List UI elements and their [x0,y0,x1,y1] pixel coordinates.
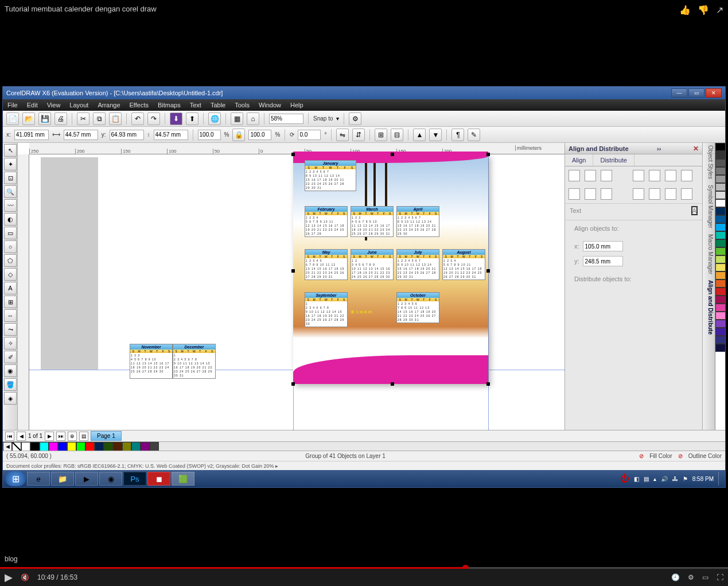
tray-chevron-icon[interactable]: ▴ [653,476,656,482]
tray-app2-icon[interactable]: ▤ [644,476,649,482]
dimension-tool-icon[interactable]: ↔ [4,309,17,322]
page-tab[interactable]: Page 1 [91,431,122,441]
menu-tools[interactable]: Tools [235,102,250,108]
calendar-artwork[interactable]: January SMTWTFS 1 2 3 4 5 6 78 9 10 11 1… [293,154,488,384]
guide-line[interactable] [488,154,489,430]
page-menu-icon[interactable]: ▤ [79,432,88,441]
color-swatch[interactable] [113,442,122,451]
taskbar-explorer-icon[interactable]: 📁 [51,472,74,486]
color-swatch[interactable] [715,336,725,344]
snap-label[interactable]: Snap to [313,115,333,122]
width-input[interactable] [64,130,98,140]
month-june[interactable]: JuneSMTWTFS1 23 4 5 6 7 8 910 11 12 13 1… [351,249,394,280]
color-swatch[interactable] [715,239,725,247]
fill-tool-icon[interactable]: 🪣 [4,378,17,391]
color-swatch[interactable] [76,442,85,451]
month-may[interactable]: MaySMTWTFS1 2 3 4 56 7 8 9 10 11 1213 14… [305,249,348,280]
welcome-icon[interactable]: ⌂ [247,112,259,125]
color-swatch[interactable] [715,183,725,191]
color-swatch[interactable] [122,442,131,451]
vtab-macro-manager[interactable]: Macro Manager [704,234,714,274]
watch-later-icon[interactable]: 🕘 [671,573,680,581]
menu-arrange[interactable]: Arrange [98,102,120,108]
smart-fill-icon[interactable]: ◐ [4,213,17,226]
color-swatch[interactable] [715,280,725,288]
play-button[interactable]: ▶ [5,571,13,584]
month-july[interactable]: JulySMTWTFS1 2 3 4 5 6 78 9 10 11 12 13 … [396,249,439,280]
menu-view[interactable]: View [47,102,61,108]
taskbar-chrome-icon[interactable]: ◉ [99,472,122,486]
tray-power-icon[interactable]: ⏻ [620,474,629,484]
month-january[interactable]: January SMTWTFS 1 2 3 4 5 6 78 9 10 11 1… [305,160,356,191]
color-swatch[interactable] [131,442,141,451]
color-swatch[interactable] [715,304,725,312]
vtab-align-distribute[interactable]: Align and Distribute [704,280,714,335]
export-icon[interactable]: ⬆ [186,112,198,125]
color-swatch[interactable] [715,199,725,207]
month-november[interactable]: NovemberSMTWTFS1 2 34 5 6 7 8 9 1011 12 … [130,344,173,379]
rectangle-tool-icon[interactable]: ▭ [4,227,17,239]
ungroup-icon[interactable]: ⊞ [375,129,387,141]
tray-app-icon[interactable]: ◧ [634,476,639,482]
page-first-icon[interactable]: ⏮ [5,432,14,441]
dist-right-icon[interactable] [681,170,692,181]
import-icon[interactable]: ⬇ [170,112,182,125]
month-august[interactable]: AugustSMTWTFS1 2 3 45 6 7 8 9 10 1112 13… [442,249,485,280]
page-prev-icon[interactable]: ◀ [17,432,26,441]
page-next-icon[interactable]: ▶ [45,432,54,441]
copy-icon[interactable]: ⧉ [93,112,106,125]
color-swatch[interactable] [715,328,725,336]
convert-curves-icon[interactable]: ✎ [468,129,480,141]
to-front-icon[interactable]: ▲ [413,129,426,141]
settings-icon[interactable]: ⚙ [688,573,694,581]
align-top-icon[interactable] [569,188,580,200]
month-april[interactable]: AprilSMTWTFS1 2 3 4 5 6 78 9 10 11 12 13… [396,206,439,237]
redo-icon[interactable]: ↷ [147,112,160,125]
scale-x-input[interactable] [198,130,221,140]
connector-tool-icon[interactable]: ⤳ [4,323,17,336]
menu-edit[interactable]: Edit [27,102,38,108]
taskbar-media-icon[interactable]: ▶ [75,472,98,486]
color-swatch[interactable] [49,442,58,451]
dist-spacing-v-icon[interactable] [665,188,676,200]
text-tool-icon[interactable]: A [4,282,17,294]
new-icon[interactable]: 📄 [6,112,19,125]
table-tool-icon[interactable]: ⊞ [4,296,17,308]
menu-table[interactable]: Table [211,102,225,108]
align-bottom-icon[interactable] [601,188,612,200]
y-position-input[interactable] [110,130,144,140]
dislike-icon[interactable]: 👎 [698,5,709,15]
dist-top-icon[interactable] [633,188,644,200]
taskbar-app-icon[interactable]: ◼ [147,472,170,486]
tray-volume-icon[interactable]: 🔊 [661,476,668,482]
dist-center-h-icon[interactable] [649,170,660,181]
basic-shapes-icon[interactable]: ◇ [4,268,17,281]
interactive-tool-icon[interactable]: ✧ [4,337,17,350]
start-button[interactable]: ⊞ [5,471,26,486]
mute-button[interactable]: 🔇 [21,573,29,581]
mirror-v-icon[interactable]: ⇵ [352,129,365,141]
menu-bitmaps[interactable]: Bitmaps [158,102,181,108]
color-swatch[interactable] [715,344,725,352]
color-swatch[interactable] [715,231,725,239]
publish-icon[interactable]: 🌐 [208,112,221,125]
tray-network-icon[interactable]: 🖧 [672,476,678,482]
outline-color-label[interactable]: Outline Color [688,453,722,459]
menu-file[interactable]: File [7,102,18,108]
ellipse-tool-icon[interactable]: ○ [4,240,17,253]
docker-collapse-icon[interactable]: ›› [657,145,661,152]
eyedropper-tool-icon[interactable]: ✐ [4,351,17,363]
wrap-paragraph-icon[interactable]: ¶ [451,129,464,141]
align-center-v-icon[interactable] [585,188,596,200]
height-input[interactable] [154,130,188,140]
fullscreen-icon[interactable]: ⛶ [717,573,723,581]
undo-icon[interactable]: ↶ [131,112,144,125]
docker-close-icon[interactable]: ✕ [693,145,699,153]
interactive-fill-icon[interactable]: ◈ [4,392,17,405]
align-center-h-icon[interactable] [585,170,596,181]
zoom-tool-icon[interactable]: 🔍 [4,185,17,198]
tab-distribute[interactable]: Distribute [593,154,634,166]
color-swatch[interactable] [40,442,49,451]
palette-scroll-left-icon[interactable]: ◀ [3,442,12,451]
menu-window[interactable]: Window [259,102,281,108]
